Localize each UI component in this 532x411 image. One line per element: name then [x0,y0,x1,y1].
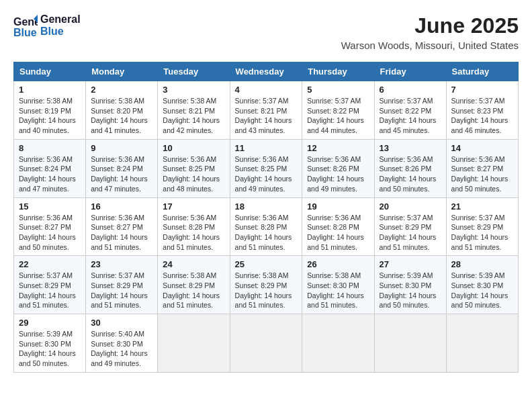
calendar-week-2: 8Sunrise: 5:36 AMSunset: 8:24 PMDaylight… [14,139,519,197]
day-info: Sunrise: 5:38 AMSunset: 8:20 PMDaylight:… [91,97,148,134]
calendar-cell: 14Sunrise: 5:36 AMSunset: 8:27 PMDayligh… [446,139,518,197]
calendar-cell: 30Sunrise: 5:40 AMSunset: 8:30 PMDayligh… [86,314,158,373]
day-info: Sunrise: 5:36 AMSunset: 8:25 PMDaylight:… [235,155,292,193]
day-info: Sunrise: 5:37 AMSunset: 8:22 PMDaylight:… [307,97,364,134]
calendar-cell: 9Sunrise: 5:36 AMSunset: 8:24 PMDaylight… [86,139,158,197]
calendar-cell: 24Sunrise: 5:38 AMSunset: 8:29 PMDayligh… [158,256,230,314]
page-header: General Blue General Blue June 2025 Wars… [13,13,519,51]
day-number: 29 [19,318,81,328]
calendar-cell: 2Sunrise: 5:38 AMSunset: 8:20 PMDaylight… [86,81,158,140]
calendar-cell: 8Sunrise: 5:36 AMSunset: 8:24 PMDaylight… [14,139,86,197]
calendar-cell: 17Sunrise: 5:36 AMSunset: 8:28 PMDayligh… [158,197,230,256]
day-number: 11 [235,143,298,153]
day-info: Sunrise: 5:36 AMSunset: 8:24 PMDaylight:… [19,155,76,193]
day-info: Sunrise: 5:36 AMSunset: 8:27 PMDaylight:… [19,214,76,251]
calendar-cell: 21Sunrise: 5:37 AMSunset: 8:29 PMDayligh… [446,197,518,256]
calendar-cell: 28Sunrise: 5:39 AMSunset: 8:30 PMDayligh… [446,256,518,314]
day-info: Sunrise: 5:37 AMSunset: 8:29 PMDaylight:… [19,271,76,309]
calendar-cell: 23Sunrise: 5:37 AMSunset: 8:29 PMDayligh… [86,256,158,314]
calendar-cell: 26Sunrise: 5:38 AMSunset: 8:30 PMDayligh… [302,256,374,314]
calendar-table: SundayMondayTuesdayWednesdayThursdayFrid… [13,62,519,373]
day-info: Sunrise: 5:36 AMSunset: 8:27 PMDaylight:… [451,155,508,193]
calendar-cell: 29Sunrise: 5:39 AMSunset: 8:30 PMDayligh… [14,314,86,373]
calendar-cell [374,314,446,373]
day-number: 4 [235,85,298,95]
calendar-cell: 20Sunrise: 5:37 AMSunset: 8:29 PMDayligh… [374,197,446,256]
day-number: 1 [19,85,81,95]
day-number: 2 [91,85,152,95]
day-number: 21 [451,201,513,212]
calendar-cell: 3Sunrise: 5:38 AMSunset: 8:21 PMDaylight… [158,81,230,140]
calendar-cell: 25Sunrise: 5:38 AMSunset: 8:29 PMDayligh… [230,256,302,314]
day-info: Sunrise: 5:36 AMSunset: 8:27 PMDaylight:… [91,214,148,251]
day-number: 26 [307,259,369,269]
day-number: 16 [91,201,152,212]
calendar-week-5: 29Sunrise: 5:39 AMSunset: 8:30 PMDayligh… [14,314,519,373]
day-number: 27 [380,259,441,269]
calendar-cell: 13Sunrise: 5:36 AMSunset: 8:26 PMDayligh… [374,139,446,197]
day-info: Sunrise: 5:38 AMSunset: 8:29 PMDaylight:… [163,271,220,309]
title-section: June 2025 Warson Woods, Missouri, United… [341,13,519,51]
column-header-monday: Monday [86,62,158,81]
calendar-cell: 10Sunrise: 5:36 AMSunset: 8:25 PMDayligh… [158,139,230,197]
calendar-cell [158,314,230,373]
day-number: 15 [19,201,81,212]
calendar-week-3: 15Sunrise: 5:36 AMSunset: 8:27 PMDayligh… [14,197,519,256]
header-row: SundayMondayTuesdayWednesdayThursdayFrid… [14,62,519,81]
calendar-cell [230,314,302,373]
calendar-cell: 6Sunrise: 5:37 AMSunset: 8:22 PMDaylight… [374,81,446,140]
day-number: 13 [380,143,441,153]
logo: General Blue General Blue [13,13,81,38]
column-header-thursday: Thursday [302,62,374,81]
logo-line2: Blue [40,26,81,38]
day-number: 28 [451,259,513,269]
svg-text:Blue: Blue [13,27,37,38]
day-number: 24 [163,259,224,269]
calendar-cell: 7Sunrise: 5:37 AMSunset: 8:23 PMDaylight… [446,81,518,140]
calendar-cell: 11Sunrise: 5:36 AMSunset: 8:25 PMDayligh… [230,139,302,197]
day-info: Sunrise: 5:39 AMSunset: 8:30 PMDaylight:… [380,271,437,309]
column-header-saturday: Saturday [446,62,518,81]
day-number: 12 [307,143,369,153]
day-info: Sunrise: 5:38 AMSunset: 8:29 PMDaylight:… [235,271,292,309]
day-number: 20 [380,201,441,212]
column-header-wednesday: Wednesday [230,62,302,81]
calendar-cell [302,314,374,373]
month-title: June 2025 [341,13,519,38]
calendar-week-1: 1Sunrise: 5:38 AMSunset: 8:19 PMDaylight… [14,81,519,140]
calendar-cell: 16Sunrise: 5:36 AMSunset: 8:27 PMDayligh… [86,197,158,256]
calendar-cell: 19Sunrise: 5:36 AMSunset: 8:28 PMDayligh… [302,197,374,256]
day-info: Sunrise: 5:36 AMSunset: 8:26 PMDaylight:… [307,155,364,193]
day-number: 10 [163,143,224,153]
calendar-cell: 22Sunrise: 5:37 AMSunset: 8:29 PMDayligh… [14,256,86,314]
day-info: Sunrise: 5:37 AMSunset: 8:21 PMDaylight:… [235,97,292,134]
column-header-friday: Friday [374,62,446,81]
day-info: Sunrise: 5:36 AMSunset: 8:26 PMDaylight:… [380,155,437,193]
column-header-tuesday: Tuesday [158,62,230,81]
day-info: Sunrise: 5:38 AMSunset: 8:19 PMDaylight:… [19,97,76,134]
calendar-cell: 1Sunrise: 5:38 AMSunset: 8:19 PMDaylight… [14,81,86,140]
day-number: 3 [163,85,224,95]
day-number: 6 [380,85,441,95]
day-info: Sunrise: 5:38 AMSunset: 8:21 PMDaylight:… [163,97,220,134]
day-info: Sunrise: 5:39 AMSunset: 8:30 PMDaylight:… [19,330,76,367]
day-info: Sunrise: 5:39 AMSunset: 8:30 PMDaylight:… [451,271,508,309]
day-number: 17 [163,201,224,212]
calendar-cell: 18Sunrise: 5:36 AMSunset: 8:28 PMDayligh… [230,197,302,256]
day-info: Sunrise: 5:37 AMSunset: 8:29 PMDaylight:… [451,214,508,251]
calendar-cell: 4Sunrise: 5:37 AMSunset: 8:21 PMDaylight… [230,81,302,140]
calendar-cell: 12Sunrise: 5:36 AMSunset: 8:26 PMDayligh… [302,139,374,197]
svg-text:General: General [13,16,38,28]
day-number: 14 [451,143,513,153]
day-info: Sunrise: 5:36 AMSunset: 8:28 PMDaylight:… [163,214,220,251]
day-number: 23 [91,259,152,269]
day-info: Sunrise: 5:40 AMSunset: 8:30 PMDaylight:… [91,330,148,367]
day-info: Sunrise: 5:36 AMSunset: 8:25 PMDaylight:… [163,155,220,193]
day-info: Sunrise: 5:36 AMSunset: 8:24 PMDaylight:… [91,155,148,193]
day-info: Sunrise: 5:37 AMSunset: 8:29 PMDaylight:… [380,214,437,251]
day-info: Sunrise: 5:36 AMSunset: 8:28 PMDaylight:… [235,214,292,251]
day-number: 25 [235,259,298,269]
calendar-cell: 5Sunrise: 5:37 AMSunset: 8:22 PMDaylight… [302,81,374,140]
day-info: Sunrise: 5:38 AMSunset: 8:30 PMDaylight:… [307,271,364,309]
day-number: 7 [451,85,513,95]
